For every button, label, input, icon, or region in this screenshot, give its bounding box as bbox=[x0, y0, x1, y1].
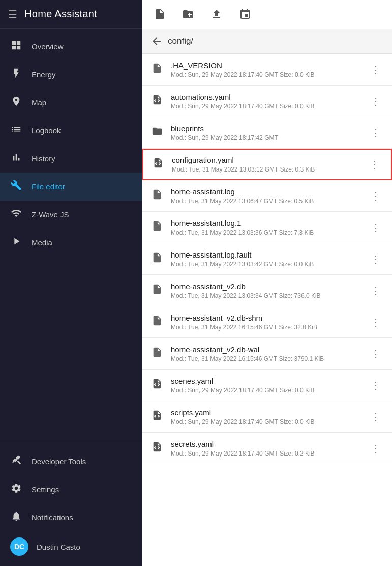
file-menu-button[interactable]: ⋮ bbox=[368, 188, 384, 204]
new-folder-button[interactable] bbox=[179, 5, 197, 23]
file-menu-button[interactable]: ⋮ bbox=[368, 346, 384, 362]
file-menu-button[interactable]: ⋮ bbox=[368, 251, 384, 267]
user-profile[interactable]: DC Dustin Casto bbox=[0, 531, 142, 562]
sidebar-item-label-developer-tools: Developer Tools bbox=[32, 457, 86, 466]
list-icon bbox=[10, 124, 22, 137]
sidebar-item-settings[interactable]: Settings bbox=[0, 475, 142, 503]
file-item[interactable]: configuration.yaml Mod.: Tue, 31 May 202… bbox=[142, 149, 392, 180]
file-info: secrets.yaml Mod.: Sun, 29 May 2022 18:1… bbox=[171, 440, 360, 457]
file-item[interactable]: scenes.yaml Mod.: Sun, 29 May 2022 18:17… bbox=[142, 370, 392, 401]
file-info: home-assistant_v2.db-shm Mod.: Tue, 31 M… bbox=[171, 314, 360, 331]
breadcrumb-path: config/ bbox=[168, 36, 193, 46]
sidebar-item-label-logbook: Logbook bbox=[32, 126, 61, 135]
file-meta: Mod.: Sun, 29 May 2022 18:17:40 GMT Size… bbox=[171, 418, 360, 426]
sidebar-bottom: Developer Tools Settings Notifications D… bbox=[0, 443, 142, 566]
file-icon bbox=[150, 410, 164, 424]
file-meta: Mod.: Tue, 31 May 2022 13:03:42 GMT Size… bbox=[171, 261, 360, 268]
user-name: Dustin Casto bbox=[37, 543, 80, 551]
file-item[interactable]: secrets.yaml Mod.: Sun, 29 May 2022 18:1… bbox=[142, 433, 392, 464]
file-menu-button[interactable]: ⋮ bbox=[368, 440, 384, 457]
file-item[interactable]: home-assistant.log.fault Mod.: Tue, 31 M… bbox=[142, 243, 392, 275]
file-info: blueprints Mod.: Sun, 29 May 2022 18:17:… bbox=[171, 124, 360, 142]
file-item[interactable]: home-assistant.log Mod.: Tue, 31 May 202… bbox=[142, 180, 392, 212]
gear-icon bbox=[10, 483, 22, 496]
sidebar-item-developer-tools[interactable]: Developer Tools bbox=[0, 447, 142, 475]
file-menu-button[interactable]: ⋮ bbox=[368, 409, 384, 425]
bell-icon bbox=[10, 511, 22, 524]
file-menu-button[interactable]: ⋮ bbox=[368, 125, 384, 141]
main-content: config/ .HA_VERSION Mod.: Sun, 29 May 20… bbox=[142, 0, 392, 566]
file-info: home-assistant.log.fault Mod.: Tue, 31 M… bbox=[171, 250, 360, 268]
file-icon bbox=[150, 63, 164, 77]
sidebar-item-media[interactable]: Media bbox=[0, 229, 142, 257]
sidebar-item-logbook[interactable]: Logbook bbox=[0, 117, 142, 145]
file-item[interactable]: home-assistant_v2.db Mod.: Tue, 31 May 2… bbox=[142, 275, 392, 306]
file-menu-button[interactable]: ⋮ bbox=[368, 282, 384, 299]
file-meta: Mod.: Sun, 29 May 2022 18:17:40 GMT Size… bbox=[171, 387, 360, 394]
file-meta: Mod.: Tue, 31 May 2022 13:06:47 GMT Size… bbox=[171, 197, 360, 205]
file-item[interactable]: scripts.yaml Mod.: Sun, 29 May 2022 18:1… bbox=[142, 401, 392, 433]
menu-icon[interactable]: ☰ bbox=[8, 8, 17, 20]
sidebar-item-history[interactable]: History bbox=[0, 145, 142, 173]
file-icon bbox=[150, 220, 164, 235]
file-name: scripts.yaml bbox=[171, 408, 360, 417]
file-item[interactable]: home-assistant_v2.db-shm Mod.: Tue, 31 M… bbox=[142, 306, 392, 338]
file-meta: Mod.: Sun, 29 May 2022 18:17:40 GMT Size… bbox=[171, 71, 360, 78]
file-name: home-assistant_v2.db bbox=[171, 282, 360, 291]
file-name: automations.yaml bbox=[171, 93, 360, 101]
signal-icon bbox=[10, 208, 22, 221]
sidebar-item-zwave[interactable]: Z-Wave JS bbox=[0, 201, 142, 229]
file-icon bbox=[150, 94, 164, 108]
sidebar-item-file-editor[interactable]: File editor bbox=[0, 173, 142, 201]
play-icon bbox=[10, 236, 22, 249]
sidebar: ☰ Home Assistant Overview Energy Map bbox=[0, 0, 142, 566]
file-name: home-assistant.log.1 bbox=[171, 219, 360, 228]
sidebar-item-label-energy: Energy bbox=[32, 70, 56, 79]
breadcrumb-bar: config/ bbox=[142, 29, 392, 54]
back-button[interactable] bbox=[150, 35, 163, 47]
sidebar-header: ☰ Home Assistant bbox=[0, 0, 142, 29]
file-item[interactable]: home-assistant.log.1 Mod.: Tue, 31 May 2… bbox=[142, 212, 392, 243]
file-menu-button[interactable]: ⋮ bbox=[368, 62, 384, 78]
file-item[interactable]: blueprints Mod.: Sun, 29 May 2022 18:17:… bbox=[142, 117, 392, 149]
file-info: automations.yaml Mod.: Sun, 29 May 2022 … bbox=[171, 93, 360, 110]
file-icon bbox=[150, 284, 164, 298]
file-item[interactable]: home-assistant_v2.db-wal Mod.: Tue, 31 M… bbox=[142, 338, 392, 370]
sidebar-item-label-history: History bbox=[32, 154, 55, 163]
file-info: home-assistant_v2.db-wal Mod.: Tue, 31 M… bbox=[171, 345, 360, 362]
file-icon bbox=[150, 441, 164, 456]
file-toolbar bbox=[142, 0, 392, 29]
file-icon bbox=[150, 378, 164, 392]
bolt-icon bbox=[10, 68, 22, 81]
file-icon bbox=[150, 315, 164, 329]
file-name: .HA_VERSION bbox=[171, 61, 360, 70]
file-item[interactable]: automations.yaml Mod.: Sun, 29 May 2022 … bbox=[142, 86, 392, 117]
file-menu-button[interactable]: ⋮ bbox=[368, 219, 384, 236]
file-info: home-assistant.log Mod.: Tue, 31 May 202… bbox=[171, 187, 360, 205]
file-menu-button[interactable]: ⋮ bbox=[368, 377, 384, 393]
sidebar-item-map[interactable]: Map bbox=[0, 89, 142, 117]
sidebar-item-label-zwave: Z-Wave JS bbox=[32, 210, 69, 219]
sidebar-item-energy[interactable]: Energy bbox=[0, 61, 142, 89]
new-file-button[interactable] bbox=[150, 5, 169, 23]
sidebar-item-overview[interactable]: Overview bbox=[0, 33, 142, 61]
sidebar-item-label-map: Map bbox=[32, 98, 46, 107]
file-meta: Mod.: Tue, 31 May 2022 16:15:46 GMT Size… bbox=[171, 355, 360, 362]
file-name: home-assistant_v2.db-wal bbox=[171, 345, 360, 354]
sidebar-item-label-file-editor: File editor bbox=[32, 182, 65, 191]
sidebar-nav: Overview Energy Map Logbook bbox=[0, 29, 142, 443]
file-name: home-assistant.log bbox=[171, 187, 360, 196]
file-icon bbox=[150, 189, 164, 203]
file-list: .HA_VERSION Mod.: Sun, 29 May 2022 18:17… bbox=[142, 54, 392, 566]
file-menu-button[interactable]: ⋮ bbox=[367, 156, 383, 173]
file-info: home-assistant_v2.db Mod.: Tue, 31 May 2… bbox=[171, 282, 360, 299]
sidebar-item-notifications[interactable]: Notifications bbox=[0, 503, 142, 531]
file-icon bbox=[150, 252, 164, 266]
file-info: configuration.yaml Mod.: Tue, 31 May 202… bbox=[172, 156, 359, 173]
upload-button[interactable] bbox=[207, 5, 226, 23]
git-button[interactable] bbox=[236, 5, 254, 23]
sidebar-item-label-media: Media bbox=[32, 238, 52, 247]
file-item[interactable]: .HA_VERSION Mod.: Sun, 29 May 2022 18:17… bbox=[142, 54, 392, 86]
file-menu-button[interactable]: ⋮ bbox=[368, 93, 384, 109]
file-menu-button[interactable]: ⋮ bbox=[368, 314, 384, 330]
